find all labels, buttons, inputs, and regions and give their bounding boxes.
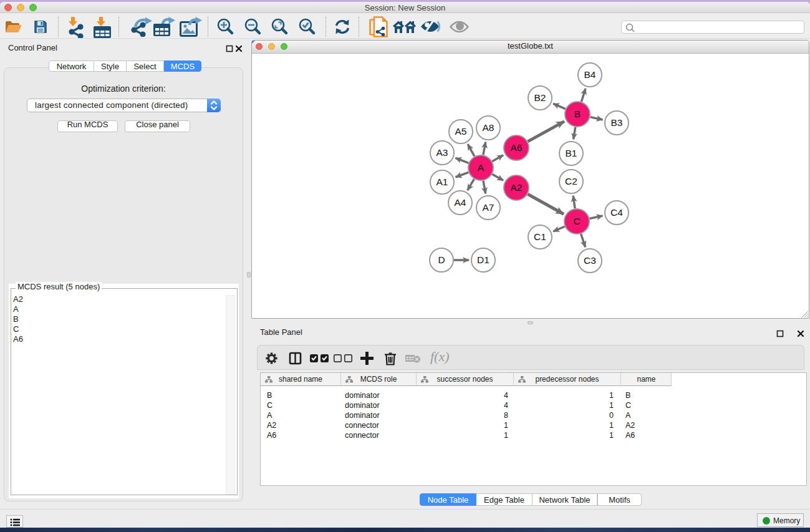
svg-text:A3: A3	[436, 147, 448, 158]
svg-text:A6: A6	[511, 142, 523, 153]
svg-text:B2: B2	[534, 92, 546, 103]
svg-text:C: C	[573, 216, 580, 226]
svg-text:A4: A4	[455, 197, 466, 208]
svg-text:B: B	[574, 109, 581, 119]
svg-text:C2: C2	[565, 176, 577, 186]
svg-text:A8: A8	[483, 122, 494, 133]
svg-text:D1: D1	[477, 254, 489, 265]
svg-text:A: A	[478, 162, 485, 173]
svg-text:C1: C1	[534, 231, 546, 242]
svg-text:A5: A5	[455, 126, 467, 137]
svg-text:B1: B1	[566, 148, 577, 158]
svg-text:B3: B3	[611, 117, 623, 128]
svg-text:C3: C3	[584, 255, 596, 266]
svg-text:A7: A7	[483, 202, 494, 213]
svg-text:A2: A2	[511, 182, 523, 193]
svg-text:B4: B4	[584, 69, 596, 80]
svg-text:A1: A1	[436, 177, 448, 187]
svg-text:C4: C4	[610, 207, 623, 218]
svg-text:D: D	[438, 254, 445, 265]
